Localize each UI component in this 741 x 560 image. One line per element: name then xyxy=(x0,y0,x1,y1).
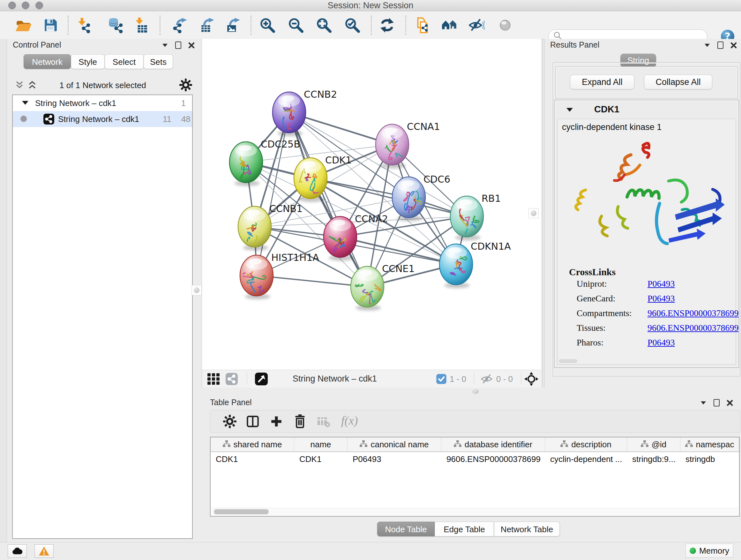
network-options-gear-icon[interactable] xyxy=(179,78,192,92)
shared-column-icon xyxy=(223,440,230,449)
tab-style[interactable]: Style xyxy=(71,54,105,69)
close-panel-icon[interactable] xyxy=(727,400,733,406)
panel-menu-icon[interactable] xyxy=(162,43,168,48)
network-node-CCNE1[interactable]: CCNE1 xyxy=(351,263,414,311)
shared-column-icon xyxy=(360,440,367,449)
table-settings-gear-icon[interactable] xyxy=(223,415,237,429)
export-network-icon[interactable] xyxy=(172,16,189,34)
fit-selected-crosshair-icon[interactable] xyxy=(524,372,538,387)
column-header-database-identifier[interactable]: database identifier xyxy=(441,437,545,451)
control-panel: Control Panel NetworkStyleSelectSets 1 o… xyxy=(7,39,201,542)
expand-all-networks-icon[interactable] xyxy=(27,80,38,91)
expand-all-button[interactable]: Expand All xyxy=(570,75,634,89)
crosslink-value-link[interactable]: 9606.ENSP00000378699 xyxy=(648,308,738,318)
node-table: shared namenamecanonical namedatabase id… xyxy=(210,437,740,516)
toolbar-separator xyxy=(405,16,406,35)
crosslink-label: Compartments: xyxy=(577,308,632,318)
export-image-icon[interactable] xyxy=(224,16,242,34)
column-header-name[interactable]: name xyxy=(294,437,347,451)
string-panel-toggle-icon[interactable] xyxy=(226,373,238,386)
toolbar-separator xyxy=(68,16,69,35)
open-session-icon[interactable] xyxy=(14,16,32,34)
right-splitter-handle[interactable] xyxy=(529,208,539,219)
hide-selected-icon[interactable] xyxy=(468,16,486,34)
column-header-@id[interactable]: @id xyxy=(627,437,680,451)
tab-select[interactable]: Select xyxy=(105,54,144,69)
network-collection-row[interactable]: String Network – cdk1 1 xyxy=(13,95,192,111)
collapse-all-networks-icon[interactable] xyxy=(14,80,25,91)
close-panel-icon[interactable] xyxy=(731,42,737,49)
tab-network-table[interactable]: Network Table xyxy=(494,522,560,537)
network-node-CCNB1[interactable]: CCNB1 xyxy=(238,203,302,251)
table-hscrollbar-thumb[interactable] xyxy=(214,509,269,514)
warnings-button[interactable] xyxy=(35,544,54,558)
zoom-in-icon[interactable] xyxy=(259,16,276,34)
panel-menu-icon[interactable] xyxy=(704,43,711,48)
graphics-details-icon[interactable] xyxy=(496,16,514,34)
zoom-out-icon[interactable] xyxy=(287,16,305,34)
import-network-from-database-icon[interactable] xyxy=(107,16,125,34)
crosslinks-heading: CrossLinks xyxy=(569,266,616,277)
column-header-canonical-name[interactable]: canonical name xyxy=(347,437,441,451)
network-list: String Network – cdk1 1 String Network –… xyxy=(12,95,193,539)
column-header-namespac[interactable]: namespac xyxy=(680,437,739,451)
crosslink-value-link[interactable]: P06493 xyxy=(648,337,675,348)
network-node-CCNA1[interactable]: CCNA1 xyxy=(376,121,440,169)
network-node-RB1[interactable]: RB1 xyxy=(450,193,501,240)
edge-CCNB2-HIST1H1A xyxy=(257,112,289,275)
memory-button[interactable]: Memory xyxy=(685,544,733,558)
selected-nodes-checkbox[interactable] xyxy=(436,374,447,385)
tab-network[interactable]: Network xyxy=(23,54,71,69)
column-header-shared-name[interactable]: shared name xyxy=(211,437,294,451)
save-session-icon[interactable] xyxy=(42,16,59,34)
crosslink-row: Pharos:P06493 xyxy=(577,337,733,348)
create-column-plus-icon[interactable] xyxy=(270,415,283,429)
results-hscroll-thumb[interactable] xyxy=(559,359,577,363)
tab-edge-table[interactable]: Edge Table xyxy=(434,522,494,537)
collapse-all-button[interactable]: Collapse All xyxy=(644,75,712,89)
crosslink-value-link[interactable]: P06493 xyxy=(648,279,675,289)
apply-preferred-layout-icon[interactable] xyxy=(378,16,396,34)
first-neighbors-icon[interactable] xyxy=(441,16,458,34)
crosslink-row: Compartments:9606.ENSP00000378699 xyxy=(577,308,733,318)
column-header-description[interactable]: description xyxy=(545,437,627,451)
horizontal-splitter[interactable] xyxy=(202,388,741,396)
collection-expand-icon[interactable] xyxy=(22,100,29,105)
network-node-CDC25B[interactable]: CDC25B xyxy=(229,138,300,186)
section-collapse-icon[interactable] xyxy=(566,107,573,112)
tab-sets[interactable]: Sets xyxy=(144,54,173,69)
show-columns-icon[interactable] xyxy=(246,415,259,429)
node-detail-box: cyclin-dependent kinase 1 CrossLinks Uni… xyxy=(557,119,736,365)
network-node-CDKN1A[interactable]: CDKN1A xyxy=(440,241,511,288)
crosslink-value-link[interactable]: 9606.ENSP00000378699 xyxy=(648,323,738,333)
new-network-from-selection-icon[interactable] xyxy=(414,16,432,34)
network-node-CCNB2[interactable]: CCNB2 xyxy=(273,89,337,136)
crosslink-value-link[interactable]: P06493 xyxy=(648,294,675,304)
zoom-fit-icon[interactable] xyxy=(315,16,333,34)
selected-node-edge-counts: 1 - 0 xyxy=(450,374,466,384)
float-panel-button[interactable] xyxy=(718,42,724,49)
import-network-from-file-icon[interactable] xyxy=(75,16,92,34)
crosslink-row: GeneCard:P06493 xyxy=(577,294,733,304)
cloud-status-button[interactable] xyxy=(8,544,27,558)
zoom-selected-icon[interactable] xyxy=(343,16,361,34)
birds-eye-view-icon[interactable] xyxy=(207,373,220,386)
export-table-icon[interactable] xyxy=(199,16,216,34)
network-node-CCNA2[interactable]: CCNA2 xyxy=(324,213,388,261)
float-panel-button[interactable] xyxy=(714,399,720,407)
delete-table-icon-disabled xyxy=(317,416,330,429)
float-panel-button[interactable] xyxy=(175,42,181,49)
tab-node-table[interactable]: Node Table xyxy=(377,522,434,537)
panel-menu-icon[interactable] xyxy=(700,401,706,405)
delete-column-trash-icon[interactable] xyxy=(293,414,307,429)
close-panel-icon[interactable] xyxy=(188,42,195,49)
node-label-CCNB1: CCNB1 xyxy=(269,203,302,214)
export-current-view-icon[interactable] xyxy=(255,373,268,387)
import-table-from-file-icon[interactable] xyxy=(132,16,150,34)
table-row[interactable]: CDK1CDK1P064939606.ENSP00000378699cyclin… xyxy=(211,452,739,466)
network-canvas[interactable]: CCNB2 CCNA1 CDC25B CDK1 xyxy=(202,39,541,370)
left-splitter-handle[interactable] xyxy=(192,285,202,295)
network-row-selected[interactable]: String Network – cdk1 11 48 xyxy=(13,111,192,127)
network-node-HIST1H1A[interactable]: HIST1H1A xyxy=(240,252,320,300)
network-selection-status: 1 of 1 Network selected xyxy=(45,80,160,90)
